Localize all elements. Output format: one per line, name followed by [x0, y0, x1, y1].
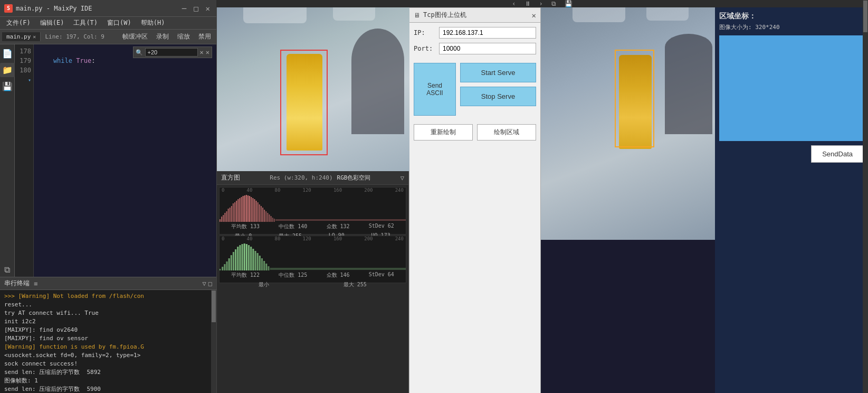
search-input[interactable] [145, 48, 198, 57]
hist-stats-1: 平均数 133 中位数 140 众数 132 StDev 62 [220, 222, 406, 231]
hist-axis-2: 0 40 80 120 160 200 240 [220, 236, 406, 241]
axis-80: 80 [275, 188, 281, 193]
svg-rect-14 [243, 196, 244, 222]
ide-toolbar: main.py ✕ Line: 197, Col: 9 帧缓冲区 录制 缩放 禁… [0, 30, 216, 44]
ip-input[interactable] [439, 27, 536, 39]
stat-mode-1: 众数 132 [327, 223, 350, 230]
svg-rect-58 [270, 268, 406, 270]
terminal-icon[interactable]: ≡ [34, 280, 37, 287]
send-ascii-btn[interactable]: SendASCII [414, 63, 456, 116]
copy-btn[interactable]: ⧉ [549, 0, 558, 7]
svg-rect-33 [274, 219, 275, 222]
hist-expand-btn[interactable]: ▽ [400, 174, 404, 182]
record-btn[interactable]: 录制 [153, 31, 172, 42]
term-line-11: 图像帧数: 1 [4, 377, 212, 385]
file-tab-label: main.py [6, 33, 31, 40]
save-toolbar-btn[interactable]: 💾 [562, 0, 575, 7]
buffer-zone-label: 帧缓冲区 [119, 31, 151, 42]
prev-btn[interactable]: ‹ [510, 0, 518, 7]
sidebar-icon-copy[interactable]: ⧉ [2, 263, 12, 277]
term-line-3: try AT connect wifi... True [4, 309, 212, 317]
svg-rect-7 [231, 206, 232, 222]
axis-160: 160 [333, 188, 342, 193]
stat-avg-2: 平均数 122 [231, 272, 260, 279]
terminal-content[interactable]: >>> [Warning] Not loaded from /flash/con… [0, 290, 216, 393]
hist-svg-1 [220, 193, 406, 222]
start-serve-btn[interactable]: Start Serve [460, 63, 536, 82]
top-toolbar: ‹ ⏸ › ⧉ 💾 [216, 0, 868, 7]
hist-axis-1: 0 40 80 120 160 200 240 [220, 188, 406, 193]
cam2-light-1 [573, 7, 625, 22]
stat-mode-2: 众数 146 [327, 272, 350, 279]
menu-file[interactable]: 文件(F) [2, 17, 35, 29]
hist-stats-2b: 最小 最大 255 [220, 280, 406, 289]
ide-menubar: 文件(F) 编辑(E) 工具(T) 窗口(W) 帮助(H) [0, 17, 216, 30]
hist-res: Res (w:320, h:240) [270, 174, 332, 181]
maixpy-icon: S [4, 4, 13, 13]
forbid-btn[interactable]: 禁用 [195, 31, 214, 42]
search-close-btn[interactable]: ✕ [200, 49, 204, 56]
svg-rect-35 [220, 269, 221, 270]
svg-rect-36 [222, 267, 223, 270]
hist-title: 直方图 [221, 173, 240, 182]
tcp-title: Tcp图传上位机 [423, 11, 466, 20]
svg-rect-41 [233, 252, 234, 270]
axis-0: 0 [222, 188, 224, 193]
terminal-close-btn[interactable]: □ [208, 280, 212, 287]
next-btn[interactable]: › [537, 0, 545, 7]
axis2-120: 120 [302, 236, 311, 241]
hist-header: 直方图 Res (w:320, h:240) RGB色彩空间 ▽ [217, 171, 408, 185]
svg-rect-38 [226, 261, 227, 270]
menu-tools[interactable]: 工具(T) [69, 17, 102, 29]
stop-serve-btn[interactable]: Stop Serve [460, 87, 536, 106]
svg-rect-31 [271, 216, 272, 222]
close-btn[interactable]: ✕ [204, 4, 212, 13]
hist-svg-2 [220, 241, 406, 270]
port-input[interactable] [439, 43, 536, 54]
term-line-6: [MAIXPY]: find ov sensor [4, 334, 212, 343]
term-line-2: reset... [4, 301, 212, 309]
sidebar-icon-save[interactable]: 💾 [0, 79, 15, 93]
code-text-area[interactable]: 🔍 ✕ ✕ while True: [34, 44, 216, 277]
svg-rect-48 [248, 245, 250, 270]
svg-rect-30 [269, 214, 270, 222]
svg-rect-21 [254, 199, 255, 222]
pause-btn[interactable]: ⏸ [522, 0, 533, 7]
draw-region-btn[interactable]: 绘制区域 [477, 124, 536, 141]
minimize-btn[interactable]: ─ [180, 4, 188, 13]
svg-rect-15 [244, 195, 245, 222]
code-editor[interactable]: 📄 📁 💾 ⧉ 178 179 180 ▾ 🔍 [0, 44, 216, 277]
svg-rect-22 [256, 201, 257, 222]
menu-help[interactable]: 帮助(H) [137, 17, 169, 29]
svg-rect-54 [261, 258, 263, 270]
detection-box-2 [615, 50, 654, 147]
tab-close-x[interactable]: ✕ [33, 34, 36, 40]
axis2-160: 160 [333, 236, 342, 241]
send-data-btn[interactable]: SendData [811, 145, 864, 163]
terminal-title: 串行终端 [4, 279, 30, 288]
axis2-40: 40 [247, 236, 253, 241]
sidebar-icon-file[interactable]: 📄 [0, 46, 15, 61]
zoom-btn[interactable]: 缩放 [174, 31, 193, 42]
tcp-camera-area: 🖥 Tcp图传上位机 ✕ IP: Port: [409, 7, 868, 393]
term-line-8: <usocket.socket fd=0, family=2, type=1> [4, 351, 212, 360]
sidebar-icon-folder[interactable]: 📁 [0, 63, 15, 77]
terminal-expand-btn[interactable]: ▽ [203, 280, 206, 287]
svg-rect-26 [262, 208, 263, 222]
svg-rect-23 [257, 202, 259, 222]
terminal-scrollbar[interactable] [211, 290, 216, 393]
hist-colorspace: RGB色彩空间 [337, 174, 371, 182]
term-line-1: >>> [Warning] Not loaded from /flash/con [4, 292, 212, 301]
menu-window[interactable]: 窗口(W) [103, 17, 136, 29]
term-line-5: [MAIXPY]: find ov2640 [4, 326, 212, 334]
histogram-panel: 直方图 Res (w:320, h:240) RGB色彩空间 ▽ 0 40 80 [217, 171, 408, 393]
tcp-close-btn[interactable]: ✕ [532, 11, 536, 20]
svg-rect-46 [244, 244, 245, 270]
menu-edit[interactable]: 编辑(E) [36, 17, 69, 29]
file-tab[interactable]: main.py ✕ [2, 32, 41, 41]
search-extra-close[interactable]: ✕ [206, 49, 209, 56]
svg-rect-34 [275, 219, 406, 221]
redraw-btn[interactable]: 重新绘制 [414, 124, 473, 141]
port-label: Port: [414, 45, 435, 52]
maximize-btn[interactable]: □ [192, 4, 200, 13]
